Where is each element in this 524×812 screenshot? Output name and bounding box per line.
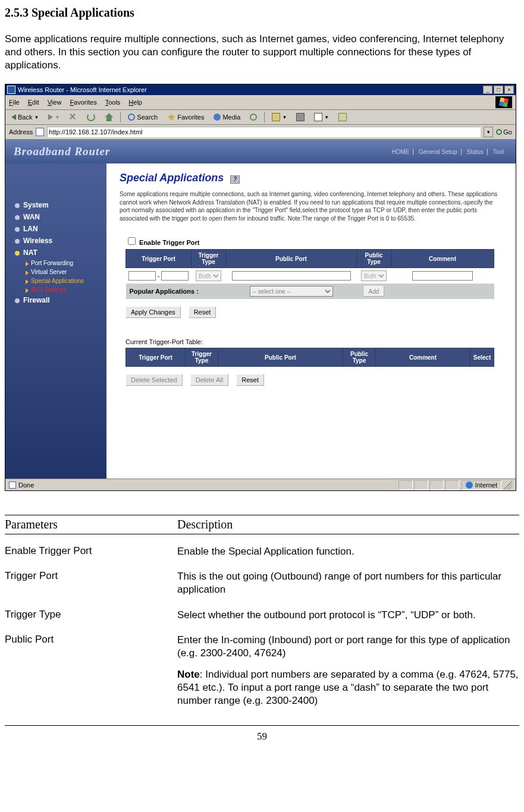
sidebar-item-system[interactable]: System — [15, 199, 106, 211]
page-header: Broadband Router HOME General Setup Stat… — [5, 140, 516, 163]
params-header-right: Description — [177, 518, 519, 531]
params-header-left: Parameters — [5, 518, 177, 531]
menu-file[interactable]: File — [9, 99, 20, 106]
help-icon[interactable]: ? — [230, 175, 240, 184]
enable-trigger-checkbox[interactable] — [128, 237, 136, 245]
reset2-button[interactable]: Reset — [236, 374, 264, 386]
minimize-button[interactable]: _ — [483, 86, 492, 94]
status-cell — [429, 480, 444, 490]
edit-icon — [314, 113, 322, 121]
favorites-button[interactable]: Favorites — [165, 112, 206, 122]
trigger-port-start-input[interactable] — [128, 271, 156, 281]
titlebar: Wireless Router - Microsoft Internet Exp… — [5, 84, 516, 95]
address-dropdown[interactable]: ▼ — [484, 127, 493, 137]
refresh-button[interactable] — [84, 112, 98, 122]
delete-all-button[interactable]: Delete All — [190, 374, 228, 386]
search-button[interactable]: Search — [125, 112, 160, 122]
col-trigger-port: Trigger Port — [126, 250, 192, 268]
param-desc: This is the out going (Outbound) range o… — [177, 570, 519, 596]
nav-home[interactable]: HOME — [388, 149, 413, 155]
brand-title: Broadband Router — [14, 145, 110, 158]
status-cell — [445, 480, 459, 490]
address-input[interactable] — [47, 127, 481, 137]
param-row: Trigger Port This is the out going (Outb… — [5, 570, 519, 596]
address-label: Address — [9, 128, 33, 136]
reset-button[interactable]: Reset — [189, 306, 216, 318]
param-row: Public Port Enter the In-coming (Inbound… — [5, 634, 519, 707]
stop-button[interactable] — [67, 112, 80, 122]
star-icon — [167, 113, 175, 121]
mail-icon — [272, 113, 280, 121]
page-content: Broadband Router HOME General Setup Stat… — [5, 140, 516, 479]
menu-edit[interactable]: Edit — [28, 99, 39, 106]
trigger-type-select[interactable]: Both — [196, 270, 221, 281]
print-icon — [296, 113, 305, 121]
media-button[interactable]: Media — [211, 112, 243, 122]
add-button[interactable]: Add — [364, 286, 384, 297]
maximize-button[interactable]: □ — [494, 86, 503, 94]
menu-favorites[interactable]: Favorites — [70, 99, 96, 106]
go-button[interactable]: Go — [496, 128, 512, 136]
param-name: Enable Trigger Port — [5, 545, 177, 558]
sidebar-item-wan[interactable]: WAN — [15, 211, 106, 223]
param-desc: Select whether the outbound port protoco… — [177, 609, 519, 622]
sidebar-item-lan[interactable]: LAN — [15, 223, 106, 235]
home-icon — [105, 113, 113, 121]
resize-grip[interactable] — [504, 481, 512, 489]
history-button[interactable] — [247, 112, 259, 122]
menu-tools[interactable]: Tools — [105, 99, 121, 106]
menubar: File Edit View Favorites Tools Help — [5, 95, 516, 110]
public-type-select[interactable]: Both — [361, 270, 387, 281]
params-header-row: Parameters Description — [5, 515, 519, 534]
sidebar-sub-alg[interactable]: ALG Settings — [15, 285, 106, 294]
delete-selected-button[interactable]: Delete Selected — [125, 374, 183, 386]
sidebar-sub-portfwd[interactable]: Port Forwarding — [15, 259, 106, 267]
forward-button[interactable]: ▼ — [46, 113, 62, 121]
window-title: Wireless Router - Microsoft Internet Exp… — [18, 86, 147, 93]
apply-changes-button[interactable]: Apply Changes — [125, 306, 181, 318]
menu-help[interactable]: Help — [128, 99, 142, 106]
mail-button[interactable]: ▼ — [269, 112, 289, 122]
sidebar-sub-virtual[interactable]: Virtual Server — [15, 267, 106, 276]
close-button[interactable]: × — [504, 86, 514, 94]
col2-trigger-type: Trigger Type — [186, 348, 218, 367]
back-button[interactable]: Back ▼ — [9, 112, 41, 122]
discuss-button[interactable] — [336, 112, 349, 122]
nav-status[interactable]: Status — [463, 149, 488, 155]
ie-icon — [7, 86, 15, 94]
edit-button[interactable]: ▼ — [312, 112, 331, 122]
param-name: Trigger Type — [5, 609, 177, 622]
toolbar: Back ▼ ▼ Search Favorites Media ▼ ▼ — [5, 110, 516, 125]
param-name: Public Port — [5, 634, 177, 707]
home-button[interactable] — [102, 112, 115, 122]
status-cell — [399, 480, 413, 490]
enable-trigger-label: Enable Trigger Port — [139, 239, 199, 246]
note-label: Note — [177, 669, 200, 680]
discuss-icon — [338, 113, 347, 121]
sidebar-sub-special[interactable]: Special Applications — [15, 276, 106, 285]
comment-input[interactable] — [412, 271, 473, 281]
sidebar-item-wireless[interactable]: Wireless — [15, 235, 106, 247]
globe-icon — [466, 481, 473, 489]
nav-tool[interactable]: Tool — [490, 149, 507, 155]
col2-public-type: Public Type — [343, 348, 376, 367]
ie-flag-icon — [495, 96, 512, 108]
sidebar-item-nat[interactable]: NAT — [15, 247, 106, 259]
status-done: Done — [18, 481, 34, 489]
status-bar: Done Internet — [5, 479, 516, 490]
status-cell — [414, 480, 428, 490]
sidebar-item-firewall[interactable]: Firewall — [15, 294, 106, 306]
col-comment: Comment — [391, 250, 494, 268]
popular-apps-select[interactable]: -- select one -- — [250, 286, 333, 297]
public-port-input[interactable] — [232, 271, 351, 281]
media-icon — [214, 114, 221, 121]
refresh-icon — [87, 113, 95, 121]
sidebar: System WAN LAN Wireless NAT Port Forward… — [5, 163, 106, 479]
menu-view[interactable]: View — [48, 99, 62, 106]
nav-general[interactable]: General Setup — [415, 149, 462, 155]
print-button[interactable] — [294, 112, 307, 122]
intro-text: Some applications require multiple conne… — [5, 33, 519, 72]
trigger-port-end-input[interactable] — [161, 271, 189, 281]
main-title: Special Applications ? — [120, 172, 503, 184]
main-panel: Special Applications ? Some applications… — [106, 163, 516, 479]
